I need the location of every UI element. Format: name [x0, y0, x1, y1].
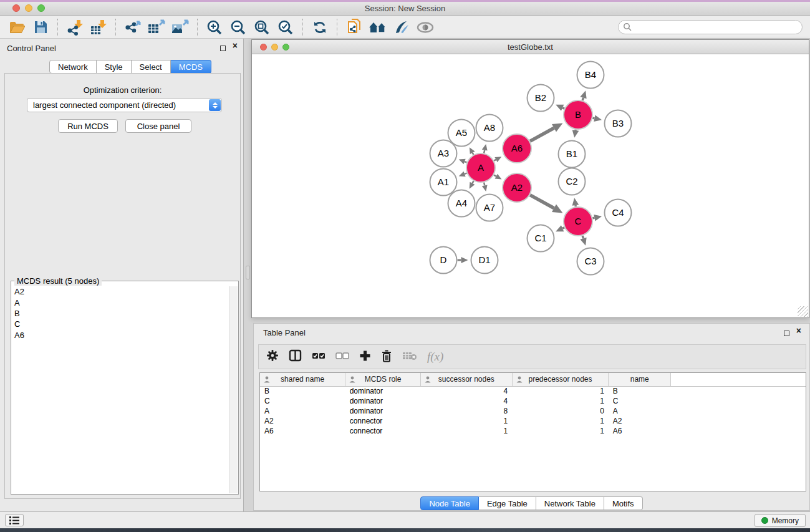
table-cell[interactable]: connector — [345, 416, 421, 426]
graph-edge[interactable] — [592, 118, 594, 118]
graph-edge[interactable] — [484, 150, 485, 153]
graph-edge[interactable] — [530, 128, 554, 141]
tab-mcds[interactable]: MCDS — [171, 60, 211, 74]
column-header-shared-name[interactable]: shared name — [260, 373, 345, 386]
table-cell[interactable]: dominator — [345, 396, 421, 406]
table-cell[interactable]: connector — [345, 426, 421, 436]
zoom-selected-button[interactable] — [275, 18, 296, 37]
export-table-button[interactable] — [146, 18, 167, 37]
table-cell[interactable]: 0 — [512, 406, 609, 416]
zoom-fit-button[interactable] — [251, 18, 272, 37]
table-row[interactable]: Adominator80A — [260, 406, 806, 416]
run-mcds-button[interactable]: Run MCDS — [58, 119, 118, 133]
table-settings-button[interactable] — [266, 349, 279, 364]
column-header-successor-nodes[interactable]: successor nodes — [420, 373, 512, 386]
delete-column-button[interactable] — [381, 349, 392, 365]
table-cell[interactable]: C — [260, 396, 345, 406]
tab-motifs[interactable]: Motifs — [604, 496, 643, 510]
search-input[interactable] — [618, 20, 803, 34]
graph-edge[interactable] — [582, 98, 583, 100]
duplicate-network-button[interactable] — [344, 18, 365, 37]
home-button[interactable] — [367, 18, 388, 37]
table-cell[interactable]: 8 — [420, 406, 512, 416]
save-session-button[interactable] — [30, 18, 51, 37]
import-network-button[interactable] — [64, 18, 85, 37]
show-hide-button[interactable] — [415, 18, 436, 37]
function-builder-button[interactable]: f(x) — [427, 350, 443, 364]
mcds-result-item[interactable]: A — [12, 297, 229, 307]
graph-edge[interactable] — [465, 162, 467, 162]
table-cell[interactable]: 1 — [420, 426, 512, 436]
column-header-predecessor-nodes[interactable]: predecessor nodes — [512, 373, 609, 386]
mcds-result-item[interactable]: A2 — [12, 286, 229, 297]
table-cell[interactable]: A2 — [260, 416, 345, 426]
mcds-result-item[interactable]: C — [12, 319, 229, 329]
export-network-button[interactable] — [122, 18, 143, 37]
table-cell[interactable]: 4 — [420, 396, 512, 406]
table-cell[interactable]: C — [609, 396, 671, 406]
table-cell[interactable]: A2 — [609, 416, 671, 426]
table-cell[interactable]: 1 — [512, 416, 609, 426]
graph-edge[interactable] — [562, 228, 564, 228]
import-table-button[interactable] — [88, 18, 109, 37]
graph-edge[interactable] — [465, 173, 467, 174]
table-cell[interactable]: A — [260, 406, 345, 416]
tab-edge-table[interactable]: Edge Table — [479, 496, 536, 510]
table-cell[interactable]: 1 — [420, 416, 512, 426]
table-cell[interactable]: A — [609, 406, 671, 416]
graph-edge[interactable] — [494, 160, 496, 161]
resize-grip[interactable] — [798, 306, 808, 317]
zoom-in-button[interactable] — [204, 18, 225, 37]
annotation-button[interactable] — [391, 18, 412, 37]
table-row[interactable]: A2connector11A2 — [260, 416, 806, 426]
result-scrollbar[interactable] — [229, 286, 238, 493]
table-row[interactable]: A6connector11A6 — [260, 426, 806, 436]
close-panel-button[interactable]: Close panel — [125, 119, 191, 133]
table-cell[interactable]: dominator — [345, 406, 421, 416]
float-table-panel-icon[interactable] — [784, 331, 789, 336]
graph-edge[interactable] — [562, 108, 564, 109]
close-table-panel-icon[interactable]: × — [796, 326, 801, 335]
table-row[interactable]: Cdominator41C — [260, 396, 806, 406]
close-panel-icon[interactable]: × — [233, 41, 238, 50]
tab-network-table[interactable]: Network Table — [536, 496, 604, 510]
task-history-button[interactable] — [5, 514, 24, 526]
deselect-all-button[interactable] — [335, 351, 349, 362]
tab-network[interactable]: Network — [49, 60, 97, 74]
delete-table-button[interactable] — [402, 351, 417, 363]
column-header-mcds-role[interactable]: MCDS role — [345, 373, 421, 386]
table-cell[interactable]: 1 — [512, 426, 609, 436]
table-cell[interactable]: dominator — [345, 386, 421, 396]
splitter-handle[interactable] — [246, 266, 250, 279]
memory-button[interactable]: Memory — [755, 514, 806, 527]
table-cell[interactable]: A6 — [609, 426, 671, 436]
tab-node-table[interactable]: Node Table — [420, 496, 479, 510]
table-cell[interactable]: 1 — [512, 396, 609, 406]
zoom-out-button[interactable] — [228, 18, 249, 37]
export-image-button[interactable] — [170, 18, 191, 37]
graph-edge[interactable] — [592, 218, 594, 218]
open-session-button[interactable] — [6, 18, 27, 37]
table-row[interactable]: Bdominator41B — [260, 386, 806, 396]
refresh-button[interactable] — [309, 18, 330, 37]
column-header-name[interactable]: name — [609, 373, 671, 386]
tab-style[interactable]: Style — [97, 60, 132, 74]
graph-edge[interactable] — [582, 236, 583, 238]
select-all-button[interactable] — [312, 351, 325, 362]
table-cell[interactable]: B — [609, 386, 671, 396]
graph-edge[interactable] — [473, 153, 474, 155]
float-panel-icon[interactable] — [220, 46, 226, 51]
table-cell[interactable]: A6 — [260, 426, 345, 436]
mcds-result-item[interactable]: B — [12, 308, 229, 319]
criterion-dropdown[interactable]: largest connected component (directed) — [27, 98, 222, 112]
mcds-result-list[interactable]: A2ABCA6 — [12, 286, 229, 493]
show-columns-button[interactable] — [289, 349, 302, 364]
graph-edge[interactable] — [494, 175, 496, 177]
network-canvas[interactable]: B4B2BB3A8A5A6A3B1AC2A1A2A4A7C4CC1C3DD1 — [252, 54, 809, 317]
table-cell[interactable]: 4 — [420, 386, 512, 396]
table-cell[interactable]: 1 — [512, 386, 609, 396]
graph-edge[interactable] — [484, 182, 485, 185]
network-window-titlebar[interactable]: testGlobe.txt — [252, 40, 809, 54]
table-cell[interactable]: B — [260, 386, 345, 396]
tab-select[interactable]: Select — [132, 60, 171, 74]
